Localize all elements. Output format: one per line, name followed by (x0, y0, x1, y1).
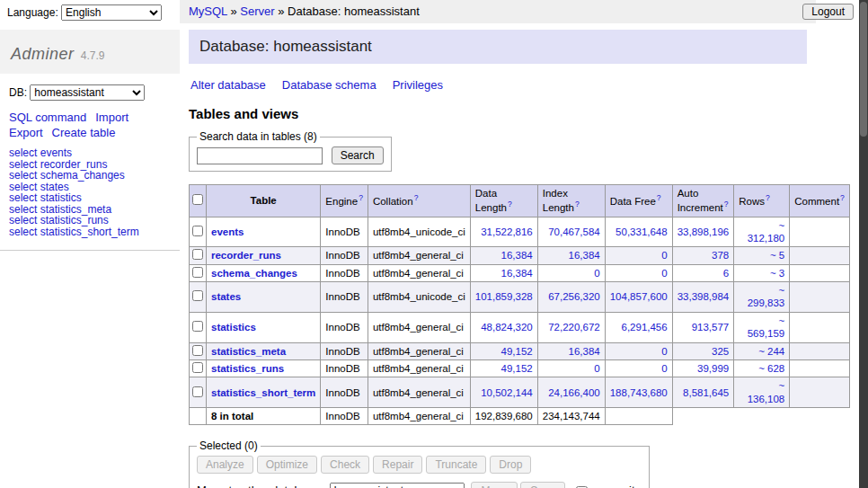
move-db-select[interactable]: homeassistant (330, 483, 465, 488)
move-button[interactable]: Move (471, 482, 517, 488)
select-link-statistics_short_term[interactable]: select (9, 226, 37, 238)
language-label: Language: (7, 6, 58, 19)
optimize-button[interactable]: Optimize (257, 456, 317, 474)
sidebar-link-create-table[interactable]: Create table (52, 126, 116, 139)
data-length-link[interactable]: 49,152 (501, 346, 533, 357)
data-length-link[interactable]: 10,502,144 (481, 387, 533, 398)
help-icon[interactable]: ? (575, 200, 580, 209)
drop-button[interactable]: Drop (490, 456, 531, 474)
search-input[interactable] (197, 147, 323, 164)
data-free-link[interactable]: 0 (661, 250, 667, 261)
action-privileges[interactable]: Privileges (393, 78, 443, 92)
data-length-link[interactable]: 16,384 (501, 250, 533, 261)
index-length-link[interactable]: 67,256,320 (548, 291, 600, 302)
auto-increment-link[interactable]: 33,898,196 (678, 226, 730, 237)
help-icon[interactable]: ? (359, 193, 363, 202)
logout-button[interactable]: Logout (802, 4, 854, 20)
rows-link[interactable]: ~ 3 (770, 268, 784, 279)
help-icon[interactable]: ? (414, 193, 419, 202)
data-free-link[interactable]: 188,743,680 (610, 387, 668, 398)
table-link-statistics_runs[interactable]: statistics_runs (211, 363, 284, 374)
data-free-link[interactable]: 0 (661, 268, 667, 279)
auto-increment-link[interactable]: 33,398,984 (678, 291, 730, 302)
analyze-button[interactable]: Analyze (197, 456, 253, 474)
auto-increment-cell: 39,999 (672, 359, 734, 377)
db-select[interactable]: homeassistant (30, 84, 145, 101)
data-free-link[interactable]: 0 (661, 363, 667, 374)
index-length-link[interactable]: 16,384 (569, 250, 600, 261)
index-length-link[interactable]: 0 (594, 363, 599, 374)
index-length-link[interactable]: 0 (594, 268, 599, 279)
rows-link[interactable]: ~ 312,180 (748, 220, 785, 244)
table-row: eventsInnoDButf8mb4_unicode_ci31,522,816… (190, 217, 850, 247)
row-checkbox-statistics_short_term[interactable] (192, 386, 203, 397)
row-checkbox-statistics_runs[interactable] (192, 362, 203, 373)
help-icon[interactable]: ? (766, 193, 770, 202)
auto-increment-link[interactable]: 39,999 (697, 363, 729, 374)
data-length-link[interactable]: 16,384 (501, 268, 533, 279)
data-free-link[interactable]: 6,291,456 (622, 322, 668, 333)
table-link-statistics_meta[interactable]: statistics_meta (211, 346, 286, 357)
row-checkbox-schema_changes[interactable] (192, 267, 203, 278)
index-length-link[interactable]: 24,166,400 (548, 387, 600, 398)
data-length-link[interactable]: 31,522,816 (481, 226, 533, 237)
help-icon[interactable]: ? (508, 200, 512, 209)
table-link-states[interactable]: states (211, 291, 241, 302)
data-free-link[interactable]: 104,857,600 (610, 291, 668, 302)
row-checkbox-statistics_meta[interactable] (192, 345, 203, 356)
breadcrumb-item-mysql[interactable]: MySQL (189, 4, 227, 18)
rows-link[interactable]: ~ 136,108 (748, 380, 785, 404)
auto-increment-link[interactable]: 325 (712, 346, 729, 357)
table-link-statistics[interactable]: statistics (211, 322, 256, 333)
data-length-link[interactable]: 101,859,328 (475, 291, 533, 302)
sidebar-link-import[interactable]: Import (95, 111, 128, 124)
rows-link[interactable]: ~ 244 (758, 346, 784, 357)
check-button[interactable]: Check (321, 456, 369, 474)
scrollbar[interactable] (859, 0, 868, 488)
truncate-button[interactable]: Truncate (426, 456, 486, 474)
help-icon[interactable]: ? (657, 193, 661, 202)
row-checkbox-states[interactable] (192, 290, 203, 301)
index-length-link[interactable]: 70,467,584 (548, 226, 600, 237)
index-length-link[interactable]: 16,384 (569, 346, 600, 357)
data-free-link[interactable]: 0 (661, 346, 667, 357)
data-free-link[interactable]: 50,331,648 (616, 226, 668, 237)
data-length-link[interactable]: 48,824,320 (481, 322, 533, 333)
column-header-index-length: Index Length? (537, 185, 605, 217)
row-checkbox-statistics[interactable] (192, 321, 203, 332)
sidebar-table-statistics_short_term[interactable]: statistics_short_term (40, 226, 139, 238)
auto-increment-link[interactable]: 8,581,645 (683, 387, 729, 398)
repair-button[interactable]: Repair (373, 456, 422, 474)
language-select[interactable]: English (61, 4, 162, 21)
auto-increment-link[interactable]: 378 (712, 250, 729, 261)
action-alter-database[interactable]: Alter database (190, 78, 266, 92)
scrollbar-thumb[interactable] (860, 2, 867, 137)
checkbox-cell (190, 342, 207, 359)
rows-link[interactable]: ~ 569,159 (748, 315, 785, 339)
auto-increment-link[interactable]: 913,577 (692, 322, 730, 333)
rows-link[interactable]: ~ 299,833 (748, 285, 785, 308)
rows-link[interactable]: ~ 628 (758, 363, 784, 374)
row-checkbox-events[interactable] (192, 226, 203, 236)
action-database-schema[interactable]: Database schema (282, 78, 376, 92)
search-button[interactable]: Search (332, 146, 384, 164)
search-legend: Search data in tables (8) (197, 130, 320, 143)
data-length-link[interactable]: 49,152 (501, 363, 533, 374)
table-link-recorder_runs[interactable]: recorder_runs (211, 250, 281, 261)
sidebar-link-export[interactable]: Export (9, 126, 43, 139)
help-icon[interactable]: ? (724, 200, 729, 209)
row-checkbox-recorder_runs[interactable] (192, 249, 203, 260)
breadcrumb-item-server[interactable]: Server (240, 4, 274, 18)
table-link-statistics_short_term[interactable]: statistics_short_term (211, 387, 315, 398)
auto-increment-link[interactable]: 6 (723, 268, 729, 279)
table-link-schema_changes[interactable]: schema_changes (211, 268, 297, 279)
sidebar-link-sql-command[interactable]: SQL command (9, 111, 86, 124)
index-length-cell: 24,166,400 (537, 377, 605, 408)
rows-link[interactable]: ~ 5 (770, 250, 784, 261)
index-length-link[interactable]: 72,220,672 (548, 322, 600, 333)
engine-cell: InnoDB (321, 342, 368, 359)
help-icon[interactable]: ? (840, 193, 845, 202)
copy-button[interactable]: Copy (520, 482, 565, 488)
table-link-events[interactable]: events (211, 226, 244, 237)
select-all-checkbox[interactable] (192, 194, 203, 205)
